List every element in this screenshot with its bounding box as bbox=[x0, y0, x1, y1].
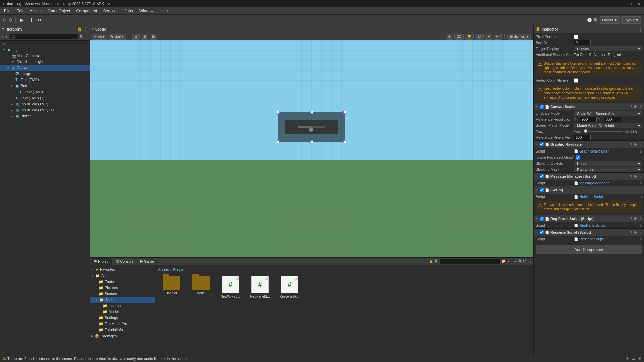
inspector-lock-icon[interactable]: 🔒 bbox=[536, 27, 540, 31]
tab-settings-icon[interactable]: ⚙ bbox=[514, 259, 517, 263]
msg-mgr-select-icon[interactable]: ⊙ bbox=[639, 181, 642, 185]
tab-folder-icon[interactable]: 📁 bbox=[501, 259, 505, 263]
script2-enabled[interactable] bbox=[540, 188, 544, 192]
handle-bm[interactable] bbox=[310, 140, 313, 143]
reg-panel-enabled[interactable] bbox=[540, 217, 544, 221]
file-item-handler[interactable]: Handler bbox=[158, 275, 185, 300]
tree-item-log[interactable]: ▼ ◆ log ⋮ bbox=[0, 47, 90, 53]
menu-help[interactable]: Help bbox=[157, 8, 171, 14]
scene-menu-icon[interactable]: ⋮ bbox=[528, 27, 531, 31]
snap-button[interactable]: ⊡ bbox=[150, 34, 157, 40]
scene-view-bg[interactable] bbox=[90, 40, 533, 257]
move-tool-button[interactable]: ⊕ bbox=[132, 34, 140, 40]
layout-dropdown[interactable]: Layout ▼ bbox=[621, 16, 641, 24]
msg-mgr-menu[interactable]: ⋮ bbox=[638, 174, 642, 179]
rescene-settings[interactable]: ⚙ bbox=[634, 230, 637, 235]
project-search-input[interactable] bbox=[440, 259, 500, 264]
audio-button[interactable]: 🔊 bbox=[475, 34, 484, 40]
rescene-menu[interactable]: ⋮ bbox=[638, 230, 642, 235]
tree-item-text-tmp-child[interactable]: T Text (TMP) bbox=[0, 89, 90, 95]
play-button[interactable]: ▶ bbox=[18, 17, 25, 23]
inspector-menu-icon[interactable]: ⋮ bbox=[639, 27, 642, 31]
handle-tl[interactable] bbox=[277, 111, 280, 114]
fx-button[interactable]: ✦ bbox=[485, 34, 492, 40]
tree-item-inputfield-tmp[interactable]: ▶ ▤ InputField (TMP) bbox=[0, 101, 90, 107]
scene-view-menu[interactable]: ⋯ bbox=[494, 34, 502, 40]
vertex-color-checkbox[interactable] bbox=[574, 78, 578, 83]
script2-select-icon[interactable]: ⊙ bbox=[639, 195, 642, 199]
proj-item-favorites[interactable]: ▼ ★ Favorites bbox=[90, 266, 155, 273]
handle-bl[interactable] bbox=[277, 140, 280, 143]
menu-file[interactable]: File bbox=[1, 8, 13, 14]
menu-jobs[interactable]: Jobs bbox=[122, 8, 136, 14]
tree-item-main-camera[interactable]: 📷 Main Camera bbox=[0, 53, 90, 59]
rescene-header[interactable]: ▼ 📄 Rescene Script (Script) ? ⚙ ⋮ bbox=[534, 229, 644, 236]
maximize-button[interactable]: □ bbox=[628, 1, 633, 6]
file-item-network-script[interactable]: # NetWorkSc... bbox=[217, 275, 244, 300]
proj-item-scripts[interactable]: ▼ 📁 Scripts bbox=[90, 297, 155, 303]
reg-panel-help[interactable]: ? bbox=[630, 217, 632, 221]
target-display-dropdown[interactable]: Display 1 bbox=[574, 46, 642, 51]
screen-match-dropdown[interactable]: Match Width Or Height bbox=[574, 123, 642, 128]
tree-item-directional-light[interactable]: ☀ Directional Light bbox=[0, 59, 90, 65]
graphic-raycaster-header[interactable]: ▼ 📄 Graphic Raycaster ? ⚙ ⋮ bbox=[534, 141, 644, 148]
tab-game[interactable]: ▶ Game bbox=[138, 258, 157, 265]
blocking-objects-dropdown[interactable]: None bbox=[574, 161, 642, 166]
menu-edit[interactable]: Edit bbox=[14, 8, 26, 14]
tab-menu-icon[interactable]: ⋮ bbox=[529, 259, 532, 263]
menu-assets[interactable]: Assets bbox=[27, 8, 44, 14]
hierarchy-lock-icon[interactable]: 🔒 bbox=[77, 27, 82, 32]
script2-menu[interactable]: ⋮ bbox=[638, 188, 642, 192]
file-item-regpanel-script[interactable]: # RegPanelS... bbox=[247, 275, 273, 300]
tree-item-image[interactable]: 🖼 Image bbox=[0, 71, 90, 77]
proj-item-fonts[interactable]: ▶ 📁 Fonts bbox=[90, 279, 155, 285]
title-bar-controls[interactable]: ─ □ ✕ bbox=[620, 1, 641, 6]
proj-item-assets[interactable]: ▼ 📁 Assets bbox=[90, 273, 155, 279]
proj-item-model[interactable]: ▶ 📁 Model bbox=[90, 309, 155, 315]
tree-item-button-2[interactable]: ▶ ▣ Button bbox=[0, 113, 90, 119]
menu-window[interactable]: Window bbox=[137, 8, 156, 14]
hierarchy-options-icon[interactable]: ⋮ bbox=[85, 35, 88, 39]
tree-item-text-tmp[interactable]: T Text (TMP) bbox=[0, 77, 90, 83]
menu-component[interactable]: Component bbox=[73, 8, 100, 14]
toolbar-history-icon[interactable]: 🕐 bbox=[587, 18, 592, 22]
proj-item-handler[interactable]: ▶ 📁 Handler bbox=[90, 303, 155, 309]
proj-item-tutorialinfo[interactable]: ▶ 📁 TutorialInfo bbox=[90, 327, 155, 333]
blocking-mask-dropdown[interactable]: Everything bbox=[574, 167, 642, 172]
tree-menu-log[interactable]: ⋮ bbox=[86, 48, 90, 52]
hierarchy-search-input[interactable] bbox=[10, 34, 78, 39]
proj-item-scenes[interactable]: ▶ 📁 Scenes bbox=[90, 291, 155, 297]
pause-button[interactable]: ⏸ bbox=[26, 17, 35, 23]
hierarchy-menu-icon[interactable]: ⋮ bbox=[84, 27, 88, 32]
proj-item-packages[interactable]: ▶ 📦 Packages bbox=[90, 333, 155, 339]
rescene-help[interactable]: ? bbox=[630, 230, 632, 235]
canvas-scaler-help-icon[interactable]: ? bbox=[630, 105, 632, 109]
graphic-rc-settings[interactable]: ⚙ bbox=[634, 142, 637, 147]
script-raycaster-select-icon[interactable]: ⊙ bbox=[639, 149, 642, 153]
grid-button[interactable]: ⊞ bbox=[141, 34, 148, 40]
rescene-select-icon[interactable]: ⊙ bbox=[639, 237, 642, 241]
proj-item-settings[interactable]: ▶ 📁 Settings bbox=[90, 315, 155, 321]
tab-console[interactable]: ▤ Console bbox=[113, 258, 137, 265]
ref-pixels-input[interactable] bbox=[574, 135, 591, 140]
hierarchy-dropdown-icon[interactable]: ▼ bbox=[5, 35, 8, 39]
tree-item-canvas[interactable]: ▼ ▦ Canvas bbox=[0, 65, 90, 71]
breadcrumb-assets[interactable]: Assets bbox=[158, 268, 169, 272]
proj-item-pictures[interactable]: ▶ 📁 Pictures bbox=[90, 285, 155, 291]
toolbar-cloud-icon[interactable]: ⚙ bbox=[3, 17, 7, 23]
global-button[interactable]: Global ▼ bbox=[109, 34, 126, 40]
tree-item-text-tmp-1[interactable]: T Text (TMP) (1) bbox=[0, 95, 90, 101]
match-slider[interactable] bbox=[584, 131, 623, 132]
tab-lock-icon[interactable]: 🔒 bbox=[429, 259, 433, 263]
toolbar-settings-icon[interactable]: ⚙ bbox=[8, 17, 13, 23]
graphic-rc-menu[interactable]: ⋮ bbox=[638, 142, 642, 147]
ignore-reversed-checkbox[interactable] bbox=[576, 155, 580, 160]
proj-item-textmesh[interactable]: ▶ 📁 TextMesh Pro bbox=[90, 321, 155, 327]
tab-star-icon[interactable]: ★ bbox=[507, 259, 510, 263]
graphic-rc-enabled[interactable] bbox=[540, 142, 544, 146]
canvas-scaler-menu-icon[interactable]: ⋮ bbox=[638, 105, 642, 109]
close-button[interactable]: ✕ bbox=[636, 1, 641, 6]
shading-mode-button[interactable]: ⊙ bbox=[446, 34, 453, 40]
tree-item-inputfield-tmp-1[interactable]: ▶ ▤ InputField (TMP) (1) bbox=[0, 107, 90, 113]
graphic-rc-help[interactable]: ? bbox=[630, 142, 632, 147]
